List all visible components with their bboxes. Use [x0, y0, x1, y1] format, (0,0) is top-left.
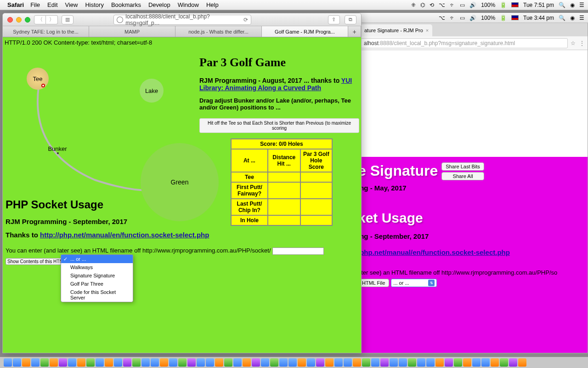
- menu-help[interactable]: Help: [206, 1, 219, 8]
- display-icon[interactable]: ▭: [460, 15, 465, 21]
- menu-history[interactable]: History: [85, 1, 103, 8]
- dock-app-icon[interactable]: [132, 358, 141, 367]
- dock-app-icon[interactable]: [325, 358, 334, 367]
- dropdown-option[interactable]: Signature Signature: [61, 271, 133, 280]
- dock-app-icon[interactable]: [362, 358, 370, 367]
- dock-app-icon[interactable]: [334, 358, 343, 367]
- dock-app-icon[interactable]: [22, 358, 30, 367]
- socket-link[interactable]: /php.net/manual/en/function.socket-selec…: [358, 248, 588, 256]
- dropdown-option[interactable]: ... or ...: [61, 255, 133, 263]
- siri-icon[interactable]: ◉: [570, 15, 575, 21]
- dock-app-icon[interactable]: [417, 358, 425, 367]
- tab-sydney-tafe[interactable]: Sydney TAFE: Log in to the...: [3, 26, 89, 37]
- forward-button[interactable]: 〉: [46, 15, 58, 24]
- chrome-tab[interactable]: ature Signature - RJM Pro ×: [361, 24, 432, 36]
- dock-app-icon[interactable]: [68, 358, 76, 367]
- dock-app-icon[interactable]: [59, 358, 67, 367]
- menu-icon[interactable]: ⋮: [579, 40, 585, 46]
- notification-icon[interactable]: ☰: [579, 2, 584, 8]
- dock-app-icon[interactable]: [178, 358, 187, 367]
- socket-select[interactable]: ... or ... ⇅: [391, 279, 437, 287]
- lake-marker[interactable]: Lake: [140, 79, 164, 103]
- battery-text[interactable]: 100%: [481, 2, 495, 8]
- new-tab-button[interactable]: +: [348, 26, 361, 37]
- bluetooth-icon[interactable]: ⌥: [439, 15, 445, 21]
- tab-mamp[interactable]: MAMP: [89, 26, 175, 37]
- spotlight-icon[interactable]: 🔍: [559, 15, 565, 21]
- bluetooth-icon[interactable]: ⌥: [439, 2, 445, 8]
- share-last-bits-button[interactable]: Share Last Bits: [441, 162, 484, 171]
- dock-app-icon[interactable]: [298, 358, 306, 367]
- app-name[interactable]: Safari: [7, 1, 24, 8]
- dock-app-icon[interactable]: [114, 358, 122, 367]
- reload-icon[interactable]: ⟳: [243, 17, 248, 23]
- dock-app-icon[interactable]: [233, 358, 242, 367]
- dock-app-icon[interactable]: [243, 358, 251, 367]
- bunker-marker[interactable]: Bunker: [43, 139, 72, 158]
- tee-marker[interactable]: Tee: [27, 68, 49, 90]
- battery-icon[interactable]: 🔋: [500, 2, 507, 8]
- share-button[interactable]: ⇪: [328, 15, 340, 24]
- share-all-button[interactable]: Share All: [441, 172, 484, 180]
- dock-app-icon[interactable]: [31, 358, 40, 367]
- dock-app-icon[interactable]: [261, 358, 269, 367]
- dock-app-icon[interactable]: [380, 358, 389, 367]
- dock-app-icon[interactable]: [472, 358, 481, 367]
- dock-app-icon[interactable]: [77, 358, 85, 367]
- dock-app-icon[interactable]: [390, 358, 398, 367]
- menu-window[interactable]: Window: [178, 1, 199, 8]
- zoom-window-button[interactable]: [25, 17, 30, 23]
- dock-app-icon[interactable]: [123, 358, 131, 367]
- dock-app-icon[interactable]: [86, 358, 95, 367]
- battery-text[interactable]: 100%: [481, 15, 495, 21]
- dock-app-icon[interactable]: [445, 358, 453, 367]
- dock-app-icon[interactable]: [481, 358, 490, 367]
- menuextra-icon[interactable]: ⟲: [430, 2, 434, 8]
- wifi-icon[interactable]: ᯤ: [450, 2, 455, 8]
- chrome-address-bar[interactable]: alhost:8888/client_local_b.php?msg=signa…: [361, 38, 568, 48]
- dock-app-icon[interactable]: [408, 358, 416, 367]
- menu-edit[interactable]: Edit: [47, 1, 57, 8]
- dock-app-icon[interactable]: [206, 358, 214, 367]
- dropdown-option[interactable]: Golf Par Three: [61, 280, 133, 288]
- flag-icon[interactable]: [511, 2, 519, 7]
- volume-icon[interactable]: 🔊: [469, 15, 476, 21]
- dock-app-icon[interactable]: [307, 358, 315, 367]
- siri-icon[interactable]: ◉: [570, 2, 575, 8]
- close-icon[interactable]: ×: [426, 28, 429, 33]
- menuextra-icon[interactable]: ⌬: [420, 2, 425, 8]
- dock-app-icon[interactable]: [160, 358, 168, 367]
- dock-app-icon[interactable]: [4, 358, 12, 367]
- dock-app-icon[interactable]: [96, 358, 104, 367]
- dock-app-icon[interactable]: [454, 358, 462, 367]
- minimize-window-button[interactable]: [16, 17, 22, 23]
- menu-bookmarks[interactable]: Bookmarks: [111, 1, 141, 8]
- dropdown-option[interactable]: Code for this Socket Server: [61, 288, 133, 302]
- tabs-button[interactable]: ⧉: [345, 15, 356, 24]
- volume-icon[interactable]: 🔊: [469, 2, 476, 8]
- menu-develop[interactable]: Develop: [148, 1, 170, 8]
- dock-app-icon[interactable]: [435, 358, 444, 367]
- dock-app-icon[interactable]: [353, 358, 361, 367]
- filename-input[interactable]: [272, 247, 324, 255]
- dock-app-icon[interactable]: [463, 358, 471, 367]
- dock-app-icon[interactable]: [40, 358, 49, 367]
- dock-app-icon[interactable]: [151, 358, 159, 367]
- clock[interactable]: Tue 3:44 pm: [523, 15, 554, 21]
- tab-nodejs[interactable]: node.js - Whats the differ...: [175, 26, 262, 37]
- spotlight-icon[interactable]: 🔍: [559, 2, 565, 8]
- dock-app-icon[interactable]: [224, 358, 232, 367]
- dock-app-icon[interactable]: [509, 358, 517, 367]
- dock-app-icon[interactable]: [270, 358, 278, 367]
- wifi-icon[interactable]: ᯤ: [450, 15, 455, 21]
- battery-icon[interactable]: 🔋: [500, 15, 507, 21]
- dock-app-icon[interactable]: [13, 358, 21, 367]
- clock[interactable]: Tue 7:51 pm: [523, 2, 554, 8]
- dropdown-option[interactable]: Walkways: [61, 263, 133, 271]
- dock-app-icon[interactable]: [141, 358, 150, 367]
- dock-app-icon[interactable]: [169, 358, 177, 367]
- dock-app-icon[interactable]: [491, 358, 499, 367]
- dock-app-icon[interactable]: [371, 358, 379, 367]
- back-button[interactable]: 〈: [34, 15, 46, 24]
- dock-app-icon[interactable]: [426, 358, 435, 367]
